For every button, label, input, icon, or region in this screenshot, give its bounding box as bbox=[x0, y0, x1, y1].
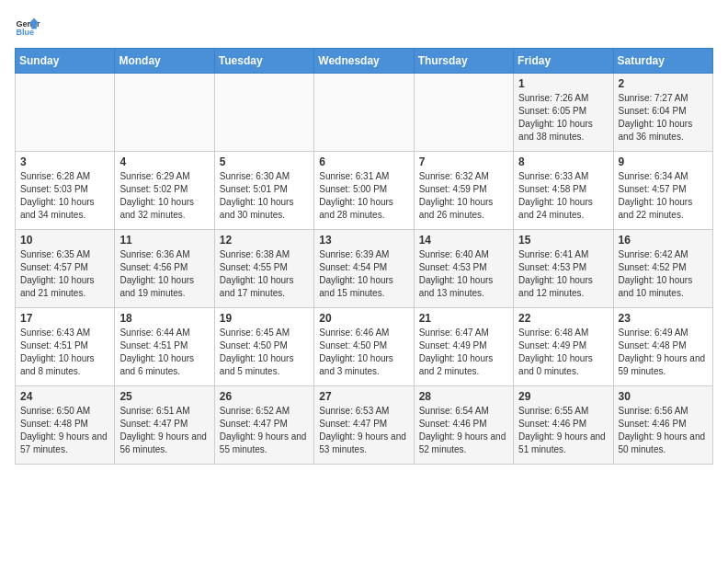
day-info: Sunrise: 6:38 AM Sunset: 4:55 PM Dayligh… bbox=[220, 248, 309, 300]
svg-text:Blue: Blue bbox=[16, 28, 34, 37]
day-number: 18 bbox=[119, 312, 209, 325]
calendar-cell: 15Sunrise: 6:41 AM Sunset: 4:53 PM Dayli… bbox=[514, 230, 613, 308]
calendar-cell: 14Sunrise: 6:40 AM Sunset: 4:53 PM Dayli… bbox=[414, 230, 513, 308]
day-info: Sunrise: 6:39 AM Sunset: 4:54 PM Dayligh… bbox=[319, 248, 408, 300]
day-info: Sunrise: 6:33 AM Sunset: 4:58 PM Dayligh… bbox=[518, 170, 608, 222]
day-number: 11 bbox=[119, 234, 209, 247]
day-header-thursday: Thursday bbox=[414, 49, 513, 74]
day-number: 5 bbox=[220, 155, 309, 168]
calendar-cell: 16Sunrise: 6:42 AM Sunset: 4:52 PM Dayli… bbox=[613, 230, 712, 308]
calendar-cell bbox=[414, 74, 513, 152]
calendar-cell: 24Sunrise: 6:50 AM Sunset: 4:48 PM Dayli… bbox=[16, 386, 115, 465]
calendar-cell: 1Sunrise: 7:26 AM Sunset: 6:05 PM Daylig… bbox=[514, 74, 613, 152]
day-info: Sunrise: 6:48 AM Sunset: 4:49 PM Dayligh… bbox=[518, 327, 608, 378]
calendar-cell bbox=[16, 74, 115, 152]
day-info: Sunrise: 6:28 AM Sunset: 5:03 PM Dayligh… bbox=[20, 170, 109, 222]
day-info: Sunrise: 6:40 AM Sunset: 4:53 PM Dayligh… bbox=[419, 248, 508, 300]
calendar-cell: 12Sunrise: 6:38 AM Sunset: 4:55 PM Dayli… bbox=[214, 230, 313, 308]
day-number: 16 bbox=[619, 234, 708, 247]
day-number: 30 bbox=[619, 390, 708, 403]
calendar-cell: 18Sunrise: 6:44 AM Sunset: 4:51 PM Dayli… bbox=[115, 308, 214, 386]
day-number: 12 bbox=[220, 234, 309, 247]
calendar-cell: 26Sunrise: 6:52 AM Sunset: 4:47 PM Dayli… bbox=[214, 386, 313, 465]
calendar-cell bbox=[314, 74, 414, 152]
day-info: Sunrise: 6:46 AM Sunset: 4:50 PM Dayligh… bbox=[319, 327, 408, 378]
day-info: Sunrise: 6:34 AM Sunset: 4:57 PM Dayligh… bbox=[619, 170, 708, 222]
day-number: 1 bbox=[518, 77, 608, 90]
day-number: 14 bbox=[419, 234, 508, 247]
day-info: Sunrise: 6:35 AM Sunset: 4:57 PM Dayligh… bbox=[20, 248, 109, 300]
day-header-tuesday: Tuesday bbox=[214, 49, 313, 74]
calendar-cell: 28Sunrise: 6:54 AM Sunset: 4:46 PM Dayli… bbox=[414, 386, 513, 465]
calendar-cell: 27Sunrise: 6:53 AM Sunset: 4:47 PM Dayli… bbox=[314, 386, 414, 465]
day-number: 10 bbox=[20, 234, 109, 247]
day-info: Sunrise: 6:50 AM Sunset: 4:48 PM Dayligh… bbox=[20, 405, 109, 456]
day-info: Sunrise: 6:51 AM Sunset: 4:47 PM Dayligh… bbox=[119, 405, 209, 456]
calendar-cell: 20Sunrise: 6:46 AM Sunset: 4:50 PM Dayli… bbox=[314, 308, 414, 386]
calendar-cell: 2Sunrise: 7:27 AM Sunset: 6:04 PM Daylig… bbox=[613, 74, 712, 152]
day-info: Sunrise: 6:47 AM Sunset: 4:49 PM Dayligh… bbox=[419, 327, 508, 378]
day-number: 4 bbox=[119, 155, 209, 168]
day-header-monday: Monday bbox=[115, 49, 214, 74]
calendar-cell: 29Sunrise: 6:55 AM Sunset: 4:46 PM Dayli… bbox=[514, 386, 613, 465]
calendar-week-row: 10Sunrise: 6:35 AM Sunset: 4:57 PM Dayli… bbox=[16, 230, 713, 308]
calendar-cell: 5Sunrise: 6:30 AM Sunset: 5:01 PM Daylig… bbox=[214, 152, 313, 230]
day-number: 9 bbox=[619, 155, 708, 168]
day-number: 28 bbox=[419, 390, 508, 403]
day-number: 17 bbox=[20, 312, 109, 325]
calendar-cell: 10Sunrise: 6:35 AM Sunset: 4:57 PM Dayli… bbox=[16, 230, 115, 308]
calendar-cell: 23Sunrise: 6:49 AM Sunset: 4:48 PM Dayli… bbox=[613, 308, 712, 386]
calendar-header-row: SundayMondayTuesdayWednesdayThursdayFrid… bbox=[16, 49, 713, 74]
day-number: 24 bbox=[20, 390, 109, 403]
calendar-cell: 25Sunrise: 6:51 AM Sunset: 4:47 PM Dayli… bbox=[115, 386, 214, 465]
day-info: Sunrise: 6:49 AM Sunset: 4:48 PM Dayligh… bbox=[619, 327, 708, 378]
day-info: Sunrise: 6:44 AM Sunset: 4:51 PM Dayligh… bbox=[119, 327, 209, 378]
day-info: Sunrise: 6:56 AM Sunset: 4:46 PM Dayligh… bbox=[619, 405, 708, 456]
calendar-cell: 6Sunrise: 6:31 AM Sunset: 5:00 PM Daylig… bbox=[314, 152, 414, 230]
day-info: Sunrise: 6:41 AM Sunset: 4:53 PM Dayligh… bbox=[518, 248, 608, 300]
day-number: 27 bbox=[319, 390, 408, 403]
day-number: 23 bbox=[619, 312, 708, 325]
day-number: 25 bbox=[119, 390, 209, 403]
calendar-cell: 13Sunrise: 6:39 AM Sunset: 4:54 PM Dayli… bbox=[314, 230, 414, 308]
day-info: Sunrise: 6:53 AM Sunset: 4:47 PM Dayligh… bbox=[319, 405, 408, 456]
header: General Blue bbox=[15, 15, 713, 40]
calendar-cell: 11Sunrise: 6:36 AM Sunset: 4:56 PM Dayli… bbox=[115, 230, 214, 308]
day-number: 7 bbox=[419, 155, 508, 168]
calendar-week-row: 1Sunrise: 7:26 AM Sunset: 6:05 PM Daylig… bbox=[16, 74, 713, 152]
day-info: Sunrise: 6:43 AM Sunset: 4:51 PM Dayligh… bbox=[20, 327, 109, 378]
day-info: Sunrise: 7:26 AM Sunset: 6:05 PM Dayligh… bbox=[518, 92, 608, 144]
day-info: Sunrise: 6:55 AM Sunset: 4:46 PM Dayligh… bbox=[518, 405, 608, 456]
day-number: 19 bbox=[220, 312, 309, 325]
calendar-cell: 3Sunrise: 6:28 AM Sunset: 5:03 PM Daylig… bbox=[16, 152, 115, 230]
day-number: 3 bbox=[20, 155, 109, 168]
day-number: 29 bbox=[518, 390, 608, 403]
day-info: Sunrise: 6:52 AM Sunset: 4:47 PM Dayligh… bbox=[220, 405, 309, 456]
day-info: Sunrise: 7:27 AM Sunset: 6:04 PM Dayligh… bbox=[619, 92, 708, 144]
day-number: 8 bbox=[518, 155, 608, 168]
calendar-cell: 22Sunrise: 6:48 AM Sunset: 4:49 PM Dayli… bbox=[514, 308, 613, 386]
day-info: Sunrise: 6:42 AM Sunset: 4:52 PM Dayligh… bbox=[619, 248, 708, 300]
day-number: 26 bbox=[220, 390, 309, 403]
day-number: 22 bbox=[518, 312, 608, 325]
calendar-cell: 17Sunrise: 6:43 AM Sunset: 4:51 PM Dayli… bbox=[16, 308, 115, 386]
day-info: Sunrise: 6:32 AM Sunset: 4:59 PM Dayligh… bbox=[419, 170, 508, 222]
calendar-cell: 21Sunrise: 6:47 AM Sunset: 4:49 PM Dayli… bbox=[414, 308, 513, 386]
day-info: Sunrise: 6:36 AM Sunset: 4:56 PM Dayligh… bbox=[119, 248, 209, 300]
day-info: Sunrise: 6:31 AM Sunset: 5:00 PM Dayligh… bbox=[319, 170, 408, 222]
calendar-cell bbox=[115, 74, 214, 152]
logo: General Blue bbox=[15, 15, 40, 40]
day-info: Sunrise: 6:29 AM Sunset: 5:02 PM Dayligh… bbox=[119, 170, 209, 222]
day-header-saturday: Saturday bbox=[613, 49, 712, 74]
calendar-cell bbox=[214, 74, 313, 152]
calendar-table: SundayMondayTuesdayWednesdayThursdayFrid… bbox=[15, 48, 713, 465]
day-header-sunday: Sunday bbox=[16, 49, 115, 74]
day-number: 20 bbox=[319, 312, 408, 325]
calendar-cell: 9Sunrise: 6:34 AM Sunset: 4:57 PM Daylig… bbox=[613, 152, 712, 230]
day-number: 15 bbox=[518, 234, 608, 247]
day-number: 13 bbox=[319, 234, 408, 247]
day-number: 6 bbox=[319, 155, 408, 168]
calendar-cell: 30Sunrise: 6:56 AM Sunset: 4:46 PM Dayli… bbox=[613, 386, 712, 465]
calendar-week-row: 17Sunrise: 6:43 AM Sunset: 4:51 PM Dayli… bbox=[16, 308, 713, 386]
calendar-cell: 7Sunrise: 6:32 AM Sunset: 4:59 PM Daylig… bbox=[414, 152, 513, 230]
